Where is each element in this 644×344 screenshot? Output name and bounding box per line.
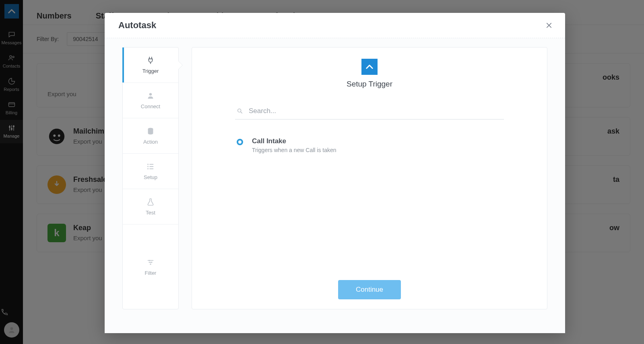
plug-icon — [146, 56, 155, 65]
panel-title: Setup Trigger — [208, 80, 531, 89]
step-label: Setup — [144, 174, 157, 180]
filter-icon — [146, 258, 155, 267]
setup-trigger-panel: Setup Trigger Call Intake Triggers when … — [192, 47, 547, 309]
step-connect[interactable]: Connect — [123, 83, 178, 118]
step-test[interactable]: Test — [123, 189, 178, 225]
trigger-option-desc: Triggers when a new Call is taken — [252, 147, 336, 153]
svg-point-12 — [147, 164, 149, 165]
svg-point-13 — [147, 166, 149, 167]
step-label: Test — [146, 210, 155, 216]
radio-selected-icon — [237, 139, 243, 145]
svg-point-16 — [151, 262, 152, 263]
step-action[interactable]: Action — [123, 118, 178, 154]
wizard-steps: Trigger Connect Action Setup Test Filter — [122, 47, 179, 309]
autotask-modal: Autotask Trigger Connect Action Setup — [105, 13, 565, 333]
trigger-option-label: Call Intake — [252, 137, 336, 145]
database-icon — [146, 127, 155, 136]
trigger-option-call-intake[interactable]: Call Intake Triggers when a new Call is … — [235, 133, 504, 157]
list-icon — [146, 162, 155, 171]
step-label: Action — [143, 139, 158, 145]
brand-icon — [365, 62, 374, 71]
person-icon — [146, 91, 155, 100]
trigger-search[interactable] — [235, 104, 504, 119]
svg-point-18 — [238, 109, 241, 112]
modal-header: Autotask — [105, 13, 565, 38]
step-label: Connect — [141, 103, 160, 109]
modal-title: Autotask — [118, 20, 156, 31]
close-icon — [545, 22, 553, 29]
step-trigger[interactable]: Trigger — [123, 47, 178, 83]
svg-point-17 — [150, 264, 151, 265]
close-button[interactable] — [544, 21, 554, 30]
svg-point-14 — [147, 168, 149, 169]
svg-point-15 — [149, 260, 150, 261]
step-filter[interactable]: Filter — [123, 225, 178, 309]
step-label: Filter — [145, 270, 157, 276]
panel-brand-logo — [361, 59, 378, 75]
step-label: Trigger — [142, 68, 159, 74]
trigger-search-input[interactable] — [249, 107, 502, 115]
svg-point-10 — [149, 93, 152, 95]
continue-button[interactable]: Continue — [338, 280, 401, 299]
search-icon — [237, 108, 243, 114]
step-setup[interactable]: Setup — [123, 154, 178, 189]
flask-icon — [146, 198, 155, 206]
